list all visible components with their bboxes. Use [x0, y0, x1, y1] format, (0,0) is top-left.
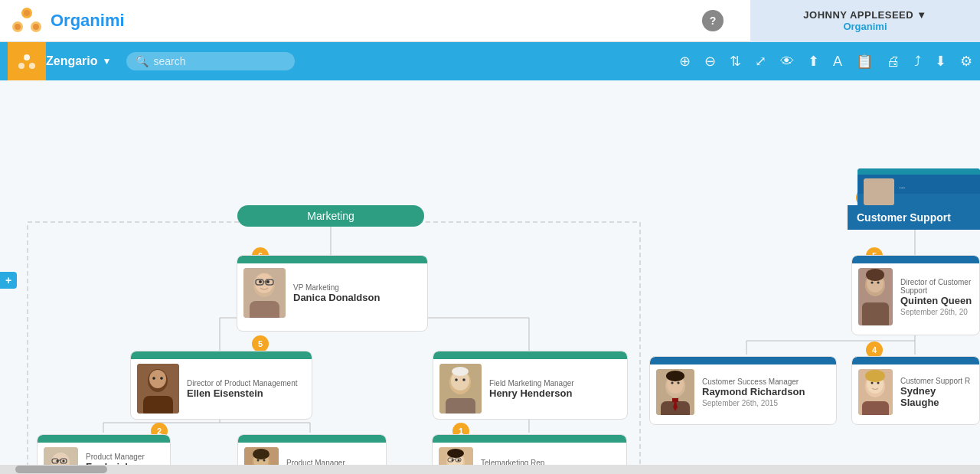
node-frederick-header: [38, 435, 170, 443]
node-henry-body: Field Marketing Manager Henry Henderson: [433, 359, 627, 418]
svg-rect-74: [862, 302, 889, 325]
node-raymond-title: Customer Success Manager: [702, 378, 830, 386]
svg-point-7: [18, 63, 24, 69]
svg-point-92: [871, 382, 874, 384]
svg-point-29: [259, 280, 262, 283]
search-box[interactable]: 🔍: [126, 52, 295, 70]
avatar-ellen: [137, 364, 179, 414]
search-input[interactable]: [153, 55, 276, 67]
node-danica-title: VP Marketing: [293, 283, 421, 292]
svg-point-46: [452, 367, 469, 376]
svg-point-77: [877, 281, 879, 283]
top-right-partial-node: ...: [858, 168, 980, 211]
dropdown-arrow-icon: ▼: [103, 56, 112, 67]
node-sydney-info: Customer Support R Sydney Slaughe: [900, 377, 973, 408]
node-quinten[interactable]: Director of Customer Support Quinten Que…: [851, 255, 980, 335]
upload-icon[interactable]: ⬆: [808, 53, 819, 70]
node-danica-body: VP Marketing Danica Donaldson: [237, 263, 427, 322]
node-danica-name: Danica Donaldson: [293, 292, 421, 303]
svg-point-59: [257, 459, 260, 462]
user-org: Organimi: [843, 21, 887, 32]
top-nav: Organimi ? JOHNNY APPLESEED ▼ Organimi: [0, 0, 980, 42]
svg-point-28: [255, 273, 273, 293]
node-quinten-info: Director of Customer Support Quinten Que…: [900, 278, 973, 316]
node-ellen-title: Director of Product Management: [187, 379, 305, 387]
home-icon[interactable]: [8, 42, 46, 80]
share-icon[interactable]: ⤴: [914, 54, 921, 70]
org-selector[interactable]: Zengario ▼: [46, 54, 111, 68]
svg-point-78: [866, 269, 884, 281]
department-marketing[interactable]: Marketing: [237, 205, 424, 227]
download-icon[interactable]: ⬇: [935, 53, 946, 70]
department-marketing-label: Marketing: [307, 210, 354, 222]
clipboard-icon[interactable]: 📋: [856, 53, 873, 70]
user-area: JOHNNY APPLESEED ▼ Organimi: [750, 0, 980, 42]
svg-point-71: [447, 449, 464, 458]
svg-point-94: [865, 370, 885, 382]
logo-icon: [11, 7, 42, 34]
node-danica[interactable]: VP Marketing Danica Donaldson: [237, 255, 428, 332]
svg-point-30: [266, 280, 270, 283]
svg-point-8: [29, 63, 35, 69]
scrollbar[interactable]: [0, 465, 980, 474]
svg-point-38: [152, 377, 155, 380]
svg-point-61: [253, 449, 270, 459]
logo-area: Organimi ?: [0, 7, 750, 34]
node-henry-name: Henry Henderson: [489, 387, 621, 399]
node-frederick-title: Product Manager: [86, 453, 164, 461]
svg-point-51: [62, 459, 64, 462]
node-henry[interactable]: Field Marketing Manager Henry Henderson: [433, 351, 628, 420]
node-sydney-header: [852, 357, 979, 364]
svg-point-3: [24, 10, 30, 16]
svg-point-44: [455, 378, 458, 381]
text-icon[interactable]: A: [833, 54, 842, 70]
node-quinten-name: Quinten Queen: [900, 295, 973, 306]
node-henry-title: Field Marketing Manager: [489, 379, 621, 387]
org-name: Zengario: [46, 54, 98, 68]
expand-icon[interactable]: ⤢: [755, 53, 766, 70]
avatar-quinten: [858, 268, 893, 325]
svg-point-87: [666, 371, 684, 381]
svg-rect-36: [143, 396, 173, 414]
node-raymond[interactable]: Customer Success Manager Raymond Richard…: [649, 356, 837, 425]
avatar-sydney: [858, 369, 893, 415]
node-danica-header: [237, 256, 427, 263]
svg-point-67: [458, 459, 460, 462]
user-name[interactable]: JOHNNY APPLESEED ▼: [803, 9, 926, 21]
sort-icon[interactable]: ⇅: [730, 53, 741, 70]
logo-text: Organimi: [51, 11, 125, 31]
node-quinten-title: Director of Customer Support: [900, 278, 973, 295]
eye-icon[interactable]: 👁: [780, 54, 794, 70]
node-sydney-name: Sydney Slaughe: [900, 385, 973, 408]
zoom-in-icon[interactable]: ⊕: [679, 53, 691, 70]
avatar-henry: [439, 364, 482, 414]
node-quinten-header: [852, 256, 979, 263]
expand-sidebar-button[interactable]: +: [0, 272, 17, 289]
svg-rect-90: [862, 401, 889, 415]
svg-point-6: [24, 54, 30, 60]
zoom-out-icon[interactable]: ⊖: [704, 53, 716, 70]
svg-point-5: [33, 24, 39, 30]
toolbar-icons: ⊕ ⊖ ⇅ ⤢ 👁 ⬆ A 📋 🖨 ⤴ ⬇ ⚙: [679, 53, 972, 70]
node-ellen-info: Director of Product Management Ellen Eis…: [187, 379, 305, 399]
svg-point-39: [160, 377, 163, 380]
node-raymond-date: September 26th, 2015: [702, 399, 830, 407]
svg-point-86: [677, 381, 679, 384]
node-raymond-header: [650, 357, 836, 364]
help-icon[interactable]: ?: [702, 10, 724, 31]
node-ellen[interactable]: Director of Product Management Ellen Eis…: [130, 351, 312, 420]
scrollbar-thumb[interactable]: [15, 466, 107, 473]
search-icon: 🔍: [136, 55, 149, 67]
node-danica-info: VP Marketing Danica Donaldson: [293, 283, 421, 303]
node-sydney[interactable]: Customer Support R Sydney Slaughe: [851, 356, 980, 425]
print-icon[interactable]: 🖨: [887, 54, 900, 70]
settings-icon[interactable]: ⚙: [960, 53, 972, 70]
avatar-danica: [243, 268, 286, 318]
node-sydney-title: Customer Support R: [900, 377, 973, 385]
svg-rect-27: [250, 301, 279, 319]
node-ellen-name: Ellen Eisenstein: [187, 387, 305, 399]
node-raymond-info: Customer Success Manager Raymond Richard…: [702, 378, 830, 407]
svg-point-45: [462, 378, 466, 381]
badge-5: 5: [252, 335, 269, 352]
svg-point-4: [15, 24, 21, 30]
